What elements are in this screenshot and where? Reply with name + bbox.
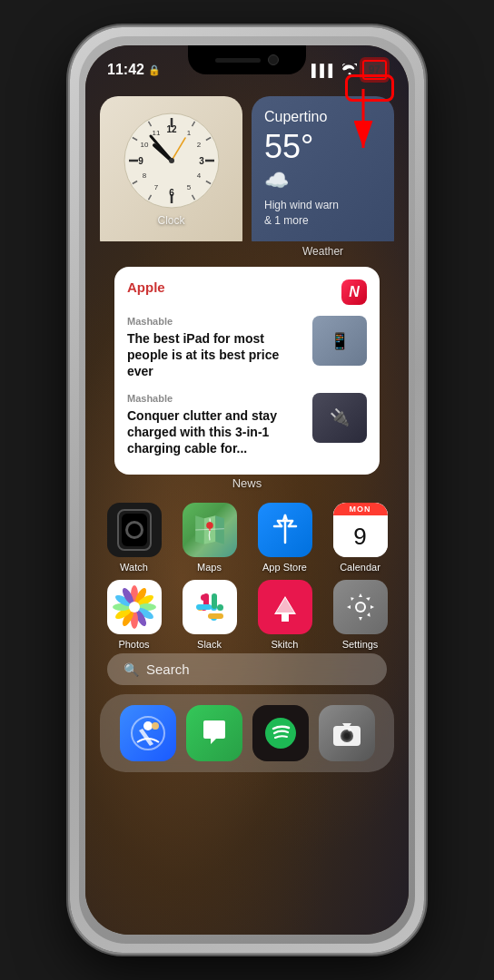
cleanmaster-icon (130, 715, 166, 751)
search-icon: 🔍 (124, 662, 139, 677)
svg-text:6: 6 (169, 188, 174, 198)
news-title-1: The best iPad for most people is at its … (127, 330, 303, 380)
news-widget[interactable]: Apple N Mashable The best iPad for most … (100, 267, 394, 490)
app-photos[interactable]: Photos (104, 580, 164, 650)
watch-face (117, 509, 152, 551)
calendar-app-icon: MON 9 (333, 503, 388, 557)
signal-icon: ▌▌▌ (311, 64, 337, 77)
app-skitch[interactable]: Skitch (254, 580, 315, 650)
dock (100, 694, 394, 772)
calendar-label: Calendar (340, 562, 380, 573)
svg-rect-55 (217, 604, 223, 611)
calendar-date: 9 (333, 515, 388, 557)
svg-point-67 (143, 721, 153, 730)
battery-indicator: 97 (362, 60, 387, 80)
dock-app-cleanmaster[interactable] (120, 705, 176, 761)
app-appstore[interactable]: App Store (254, 503, 315, 573)
svg-point-63 (208, 613, 213, 619)
app-watch[interactable]: Watch (104, 503, 164, 573)
svg-point-49 (129, 602, 140, 612)
news-item-1[interactable]: Mashable The best iPad for most people i… (127, 310, 367, 386)
wifi-icon (342, 63, 357, 77)
settings-icon-svg (343, 590, 378, 624)
slack-icon-svg (192, 589, 228, 625)
svg-point-73 (344, 733, 350, 739)
calendar-day-name: MON (333, 503, 388, 515)
clock-label: Clock (157, 214, 184, 227)
news-widget-content: Apple N Mashable The best iPad for most … (114, 267, 380, 475)
settings-app-icon (333, 580, 388, 634)
maps-label: Maps (197, 562, 222, 573)
weather-temp: 55° (264, 131, 381, 163)
status-time: 11:42 🔒 (107, 62, 161, 78)
app-grid-row2: Photos (85, 573, 409, 650)
svg-text:1: 1 (186, 129, 191, 137)
news-source-2: Mashable (127, 393, 303, 404)
watch-app-icon (107, 503, 162, 557)
weather-icon: ☁️ (264, 169, 381, 192)
calendar-icon-inner: MON 9 (333, 503, 388, 557)
watch-label: Watch (120, 562, 148, 573)
svg-point-61 (206, 604, 212, 610)
weather-widget[interactable]: Cupertino 55° ☁️ High wind warn& 1 more … (252, 96, 394, 258)
svg-text:8: 8 (142, 172, 146, 180)
weather-description: High wind warn& 1 more (264, 198, 381, 229)
appstore-label: App Store (262, 562, 307, 573)
svg-point-57 (212, 603, 217, 609)
widgets-area: 12 3 6 9 1 2 4 5 7 8 (85, 89, 409, 490)
appstore-app-icon (258, 503, 312, 557)
app-slack[interactable]: Slack (179, 580, 240, 650)
skitch-icon-svg (267, 589, 303, 625)
status-right: ▌▌▌ 97 (311, 60, 387, 80)
news-thumb-2: 🔌 (312, 393, 367, 443)
dock-app-spotify[interactable] (252, 705, 309, 761)
svg-text:5: 5 (186, 183, 191, 191)
news-item-2[interactable]: Mashable Conquer clutter and stay charge… (127, 386, 367, 463)
svg-point-69 (265, 718, 296, 749)
time-display: 11:42 (107, 62, 144, 78)
slack-label: Slack (197, 639, 222, 650)
appstore-icon-svg (269, 514, 301, 546)
svg-text:11: 11 (152, 129, 160, 137)
dock-app-camera[interactable] (319, 705, 375, 761)
svg-point-68 (152, 722, 159, 730)
search-placeholder: Search (146, 662, 190, 677)
messages-icon (196, 715, 232, 751)
watch-screen (122, 514, 147, 546)
notch-camera (268, 54, 279, 65)
svg-point-74 (348, 728, 351, 731)
screen-content: 11:42 🔒 ▌▌▌ 97 (85, 45, 409, 935)
settings-label: Settings (342, 639, 379, 650)
maps-app-icon (183, 503, 237, 557)
svg-marker-34 (215, 515, 224, 544)
app-settings[interactable]: Settings (330, 580, 390, 650)
news-item-1-content: Mashable The best iPad for most people i… (127, 316, 303, 380)
activity-ring (125, 521, 143, 539)
app-calendar[interactable]: MON 9 Calendar (330, 503, 390, 573)
slack-app-icon (183, 580, 237, 634)
clock-face: 12 3 6 9 1 2 4 5 7 8 (122, 111, 222, 211)
news-thumb-1: 📱 (312, 316, 367, 366)
clock-widget-content: 12 3 6 9 1 2 4 5 7 8 (100, 96, 242, 241)
widgets-top-row: 12 3 6 9 1 2 4 5 7 8 (100, 96, 394, 258)
dock-app-messages[interactable] (186, 705, 242, 761)
svg-point-65 (357, 603, 364, 611)
clock-widget[interactable]: 12 3 6 9 1 2 4 5 7 8 (100, 96, 242, 258)
phone-frame: 11:42 🔒 ▌▌▌ 97 (70, 27, 424, 953)
svg-text:9: 9 (138, 156, 143, 166)
camera-icon (330, 716, 364, 750)
maps-icon-svg (193, 513, 227, 547)
news-source-1: Mashable (127, 316, 303, 327)
news-section-label: News (100, 476, 394, 490)
lock-icon: 🔒 (148, 64, 161, 76)
skitch-app-icon (258, 580, 312, 634)
search-bar[interactable]: 🔍 Search (107, 653, 387, 685)
ipad-thumb-image: 📱 (312, 316, 367, 366)
phone-inner-frame: 11:42 🔒 ▌▌▌ 97 (79, 36, 415, 944)
news-item-2-content: Mashable Conquer clutter and stay charge… (127, 393, 303, 457)
app-maps[interactable]: Maps (179, 503, 240, 573)
svg-point-30 (169, 158, 174, 163)
svg-text:12: 12 (166, 124, 177, 134)
photos-app-icon (107, 580, 162, 634)
apple-news-icon: N (341, 279, 367, 305)
